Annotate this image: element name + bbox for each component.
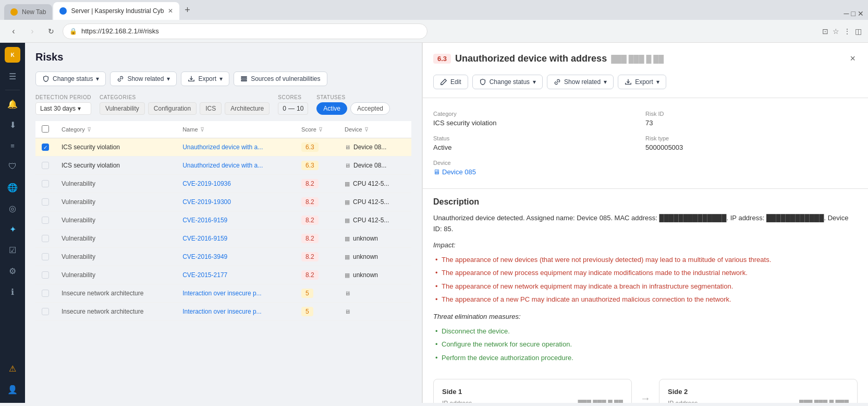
name-cell[interactable]: CVE-2016-9159 [176, 211, 295, 230]
sidebar-item-settings[interactable]: ⚙ [3, 261, 22, 280]
table-row[interactable]: ICS security violation Unauthorized devi… [35, 157, 411, 175]
refresh-button[interactable]: ↻ [44, 24, 58, 39]
link-icon [117, 75, 124, 82]
cat-vulnerability-filter[interactable]: Vulnerability [100, 102, 145, 115]
name-cell[interactable]: CVE-2015-2177 [176, 266, 295, 284]
score-cell: 8.2 [295, 248, 338, 266]
status-accepted-button[interactable]: Accepted [350, 102, 390, 115]
table-row[interactable]: Insecure network architecture Interactio… [35, 284, 411, 303]
detail-export-button[interactable]: Export ▾ [618, 75, 666, 89]
table-row[interactable]: ✓ ICS security violation Unauthorized de… [35, 138, 411, 157]
device-cell: 🖥 Device 08... [338, 157, 411, 175]
select-all-checkbox[interactable] [42, 125, 49, 133]
detection-period-select[interactable]: Last 30 days ▾ [35, 102, 91, 115]
risk-type-info-row: Risk type 5000005003 [645, 131, 858, 156]
device-icon: ▦ [345, 272, 350, 279]
toolbar: Change status ▾ Show related ▾ Export ▾ … [35, 71, 411, 86]
name-cell[interactable]: Unauthorized device with a... [176, 138, 295, 157]
sidebar-item-network[interactable]: ✦ [3, 220, 22, 238]
new-tab-button[interactable]: + [180, 3, 194, 18]
sidebar-item-shield[interactable]: 🛡 [3, 157, 22, 176]
sidebar-toggle-button[interactable]: ◫ [855, 27, 862, 35]
address-bar[interactable]: 🔒 https://192.168.2.1/#/risks [63, 23, 427, 39]
sidebar-item-info[interactable]: ℹ [3, 282, 22, 301]
sources-button[interactable]: Sources of vulnerabilities [234, 71, 327, 86]
detail-toolbar: Edit Change status ▾ Show related ▾ [433, 75, 858, 89]
minimize-button[interactable]: ─ [844, 9, 849, 18]
browser-menu-button[interactable]: ⋮ [843, 27, 851, 35]
device-link[interactable]: 🖥 Device 085 [433, 168, 645, 176]
cat-ics-filter[interactable]: ICS [200, 102, 222, 115]
link-icon [554, 78, 561, 86]
sidebar-item-menu[interactable]: ☰ [3, 67, 22, 86]
status-active-button[interactable]: Active [316, 102, 347, 115]
row-checkbox[interactable] [42, 235, 49, 242]
filter-icon[interactable]: ⊽ [364, 126, 369, 133]
device-icon: 🖥 [345, 162, 350, 169]
name-cell[interactable]: CVE-2019-10936 [176, 175, 295, 193]
tab-close-icon[interactable]: ✕ [168, 7, 173, 15]
row-checkbox[interactable] [42, 290, 49, 297]
bookmark-button[interactable]: ☆ [833, 27, 839, 35]
score-cell: 6.3 [295, 157, 338, 175]
filter-icon[interactable]: ⊽ [319, 126, 323, 133]
sidebar-item-user[interactable]: 👤 [3, 380, 22, 399]
cat-configuration-filter[interactable]: Configuration [148, 102, 197, 115]
sidebar-item-notifications[interactable]: 🔔 [3, 94, 22, 113]
row-checkbox[interactable]: ✓ [42, 144, 49, 151]
device-col-header: Device [345, 126, 362, 133]
sidebar-item-list[interactable]: ≡ [3, 136, 22, 155]
change-status-button[interactable]: Change status ▾ [35, 71, 106, 86]
sidebar-item-warning[interactable]: ⚠ [3, 359, 22, 378]
chevron-icon: ▾ [533, 78, 536, 86]
split-view-button[interactable]: ⊡ [822, 27, 828, 35]
close-window-button[interactable]: ✕ [858, 9, 864, 18]
name-cell[interactable]: CVE-2016-9159 [176, 230, 295, 248]
table-row[interactable]: Vulnerability CVE-2016-3949 8.2 ▦ unknow… [35, 248, 411, 266]
sidebar-item-tasks[interactable]: ☑ [3, 241, 22, 259]
filter-icon[interactable]: ⊽ [200, 126, 204, 133]
table-row[interactable]: Vulnerability CVE-2019-19300 8.2 ▦ CPU 4… [35, 193, 411, 211]
export-button[interactable]: Export ▾ [181, 71, 229, 86]
row-checkbox[interactable] [42, 217, 49, 224]
table-row[interactable]: Vulnerability CVE-2016-9159 8.2 ▦ CPU 41… [35, 211, 411, 230]
filter-icon[interactable]: ⊽ [87, 126, 91, 133]
detail-close-button[interactable]: × [848, 51, 858, 66]
row-checkbox[interactable] [42, 162, 49, 169]
forward-button[interactable]: › [25, 24, 40, 39]
table-row[interactable]: Vulnerability CVE-2016-9159 8.2 ▦ unknow… [35, 230, 411, 248]
row-checkbox[interactable] [42, 253, 49, 260]
app-container: K ☰ 🔔 ⬇ ≡ 🛡 🌐 ◎ ✦ ☑ ⚙ ℹ ⚠ 👤 Risks Change… [0, 43, 868, 403]
edit-button[interactable]: Edit [433, 75, 468, 89]
device-cell: ▦ CPU 412-5... [338, 193, 411, 211]
row-checkbox[interactable] [42, 308, 49, 315]
back-button[interactable]: ‹ [6, 24, 21, 39]
name-cell[interactable]: Interaction over insecure p... [176, 284, 295, 303]
score-range[interactable]: 0 — 10 [278, 102, 308, 115]
table-row[interactable]: Vulnerability CVE-2015-2177 8.2 ▦ unknow… [35, 266, 411, 284]
sidebar-logo: K [5, 47, 20, 63]
svg-rect-1 [241, 78, 247, 79]
sidebar-item-target[interactable]: ◎ [3, 199, 22, 218]
show-related-button[interactable]: Show related ▾ [110, 71, 177, 86]
cat-architecture-filter[interactable]: Architecture [225, 102, 270, 115]
sidebar-item-download[interactable]: ⬇ [3, 115, 22, 134]
maximize-button[interactable]: □ [851, 9, 855, 18]
detail-change-status-button[interactable]: Change status ▾ [472, 75, 543, 89]
name-cell[interactable]: Unauthorized device with a... [176, 157, 295, 175]
name-cell[interactable]: CVE-2019-19300 [176, 193, 295, 211]
impact-list: The appearance of new devices (that were… [433, 253, 858, 306]
row-checkbox[interactable] [42, 271, 49, 279]
shield-icon [479, 78, 486, 86]
name-cell[interactable]: CVE-2016-3949 [176, 248, 295, 266]
table-row[interactable]: Vulnerability CVE-2019-10936 8.2 ▦ CPU 4… [35, 175, 411, 193]
name-cell[interactable]: Interaction over insecure p... [176, 303, 295, 321]
table-row[interactable]: Insecure network architecture Interactio… [35, 303, 411, 321]
browser-tab-inactive[interactable]: New Tab [4, 4, 52, 20]
detail-show-related-button[interactable]: Show related ▾ [547, 75, 614, 89]
browser-tab-active[interactable]: Server | Kaspersky Industrial Cyb ✕ [53, 2, 179, 20]
side1-ip-row: IP address ███.███.█.██ [442, 400, 623, 403]
row-checkbox[interactable] [42, 198, 49, 206]
sidebar-item-globe[interactable]: 🌐 [3, 178, 22, 197]
row-checkbox[interactable] [42, 180, 49, 187]
